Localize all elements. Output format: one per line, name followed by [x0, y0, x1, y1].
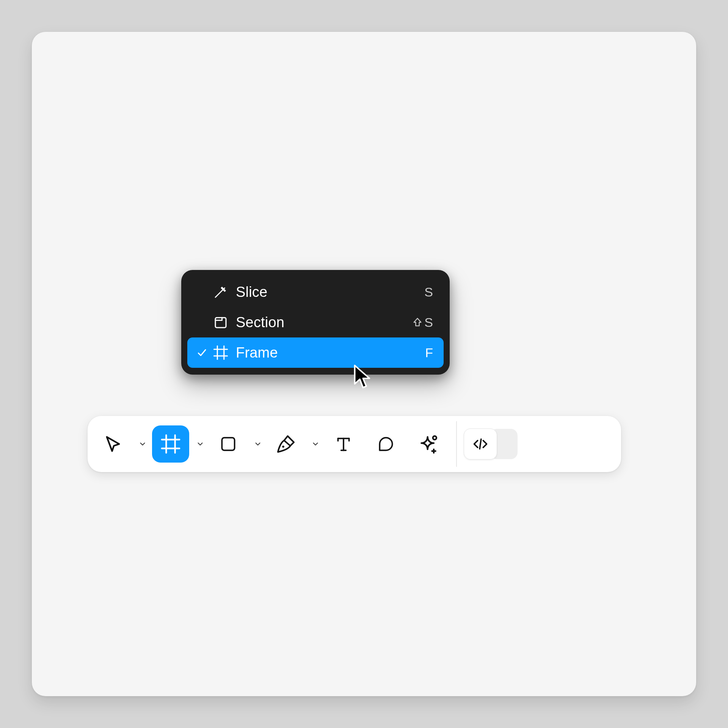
- chat-icon: [377, 435, 395, 453]
- move-tool-button[interactable]: [94, 425, 132, 463]
- check-icon: [194, 347, 209, 358]
- svg-line-19: [480, 439, 481, 449]
- sparkle-icon: [418, 433, 439, 455]
- shape-tool-button[interactable]: [210, 425, 247, 463]
- dev-mode-active-seg: [464, 428, 497, 460]
- menu-item-label: Section: [232, 314, 412, 331]
- comment-tool-button[interactable]: [367, 425, 405, 463]
- menu-item-label: Frame: [232, 345, 425, 361]
- frame-tool-chevron[interactable]: [195, 425, 206, 463]
- toolbar: [88, 416, 621, 472]
- frame-icon: [209, 345, 232, 361]
- menu-item-slice[interactable]: Slice S: [187, 277, 444, 307]
- square-icon: [219, 435, 238, 453]
- toolbar-divider: [456, 421, 457, 467]
- text-icon: [334, 435, 353, 453]
- chevron-down-icon: [254, 440, 262, 448]
- chevron-down-icon: [311, 440, 320, 448]
- svg-point-10: [282, 446, 284, 448]
- menu-item-frame[interactable]: Frame F: [187, 337, 444, 368]
- menu-item-section[interactable]: Section S: [187, 307, 444, 337]
- slice-icon: [209, 284, 232, 300]
- menu-item-shortcut: S: [412, 315, 433, 330]
- code-icon: [472, 436, 489, 452]
- menu-item-shortcut: F: [425, 345, 433, 360]
- text-tool-button[interactable]: [325, 425, 362, 463]
- section-icon: [209, 314, 232, 330]
- dev-mode-toggle[interactable]: [464, 428, 518, 460]
- menu-item-label: Slice: [232, 284, 424, 300]
- menu-item-shortcut: S: [424, 285, 433, 300]
- actions-tool-button[interactable]: [410, 425, 447, 463]
- region-tool-menu: Slice S Section S: [181, 270, 450, 375]
- shape-tool-chevron[interactable]: [252, 425, 264, 463]
- cursor-icon: [102, 433, 124, 455]
- frame-icon: [160, 433, 181, 455]
- pen-icon: [275, 433, 297, 455]
- svg-rect-0: [215, 318, 226, 328]
- chevron-down-icon: [196, 440, 204, 448]
- svg-point-16: [433, 436, 436, 439]
- shift-key-icon: [412, 317, 423, 328]
- frame-tool-button[interactable]: [152, 425, 189, 463]
- pen-tool-button[interactable]: [267, 425, 304, 463]
- pen-tool-chevron[interactable]: [310, 425, 321, 463]
- canvas: Slice S Section S: [32, 32, 696, 696]
- move-tool-chevron[interactable]: [137, 425, 148, 463]
- chevron-down-icon: [138, 440, 147, 448]
- svg-rect-9: [222, 438, 234, 450]
